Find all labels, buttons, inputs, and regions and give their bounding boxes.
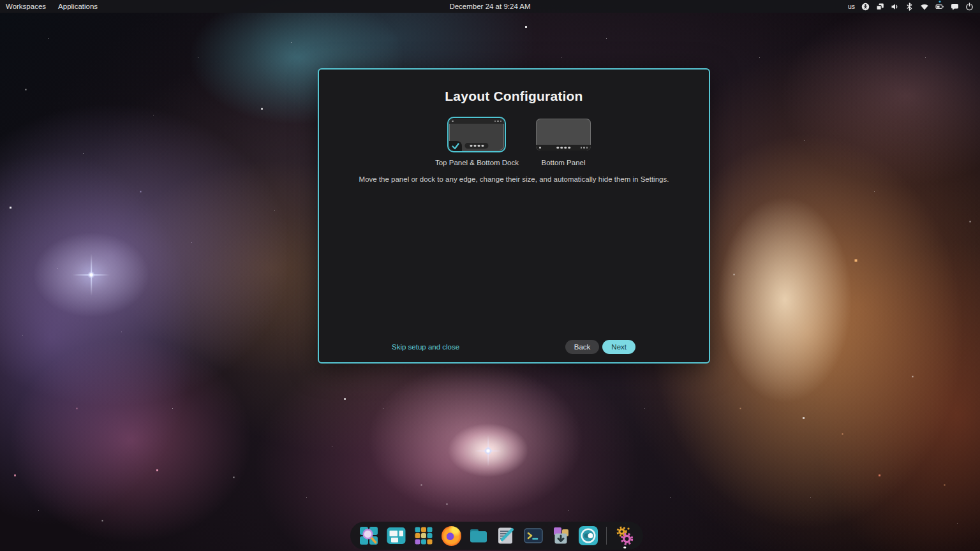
layout-configuration-dialog: Layout Configuration <box>318 68 710 364</box>
selected-check-icon <box>449 141 462 151</box>
text-editor-icon[interactable] <box>495 525 517 547</box>
skip-setup-link[interactable]: Skip setup and close <box>392 343 459 351</box>
displays-icon[interactable] <box>876 3 884 11</box>
page-title: Layout Configuration <box>319 89 709 104</box>
terminal-icon[interactable] <box>523 525 544 547</box>
top-panel: Workspaces Applications December 24 at 9… <box>0 0 980 13</box>
wifi-icon[interactable] <box>920 3 929 11</box>
settings-toggles-icon[interactable] <box>577 525 599 547</box>
app-grid-icon[interactable] <box>413 525 434 547</box>
bluetooth-icon[interactable] <box>905 3 914 11</box>
settings-gears-icon[interactable] <box>614 525 635 547</box>
running-indicator <box>623 547 626 549</box>
selected-option-border <box>447 117 506 152</box>
applications-menu[interactable]: Applications <box>58 3 98 10</box>
option-bottom-panel[interactable]: Bottom Panel <box>534 117 593 166</box>
option-top-panel-bottom-dock[interactable]: Top Panel & Bottom Dock <box>435 117 519 166</box>
option-label: Top Panel & Bottom Dock <box>435 159 519 166</box>
option-label: Bottom Panel <box>541 159 585 166</box>
workspaces-icon[interactable] <box>385 525 407 547</box>
layout-thumbnail-bottom-panel <box>536 119 591 151</box>
chat-icon[interactable] <box>951 3 959 11</box>
workspaces-menu[interactable]: Workspaces <box>6 3 46 10</box>
volume-icon[interactable] <box>891 3 899 11</box>
dock-separator <box>606 527 607 545</box>
clock[interactable]: December 24 at 9:24 AM <box>449 3 530 10</box>
search-overview-icon[interactable] <box>358 525 380 547</box>
software-installer-icon[interactable] <box>550 525 572 547</box>
options-description: Move the panel or dock to any edge, chan… <box>319 175 709 183</box>
battery-icon[interactable] <box>935 3 944 11</box>
next-button[interactable]: Next <box>602 340 635 354</box>
back-button[interactable]: Back <box>565 340 600 354</box>
files-icon[interactable] <box>468 525 489 547</box>
layout-options: Top Panel & Bottom Dock Botto <box>319 117 709 166</box>
firefox-icon[interactable] <box>440 525 462 547</box>
battery-charging-dot <box>939 1 941 3</box>
keyboard-layout-indicator[interactable]: us <box>848 3 855 10</box>
bottom-dock <box>350 522 643 550</box>
layout-thumbnail-top-panel-bottom-dock <box>449 119 504 151</box>
accessibility-icon[interactable] <box>861 3 870 11</box>
power-icon[interactable] <box>965 3 974 11</box>
